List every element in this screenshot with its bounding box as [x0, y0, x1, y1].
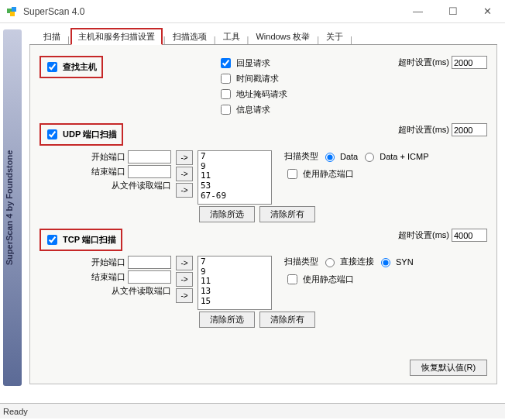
- udp-title: UDP 端口扫描: [63, 129, 117, 140]
- tcp-scantype-direct-radio[interactable]: [325, 258, 335, 267]
- app-body: SuperScan 4 by Foundstone 扫描 | 主机和服务扫描设置…: [0, 23, 505, 403]
- tcp-static-port-checkbox[interactable]: [287, 274, 297, 284]
- find-hosts-checkbox[interactable]: [47, 62, 57, 72]
- tcp-scantype-label: 扫描类型: [284, 256, 318, 267]
- timestamp-request-label: 时间戳请求: [236, 73, 279, 84]
- tab-win-enum[interactable]: Windows 枚举: [249, 29, 316, 44]
- info-request-checkbox[interactable]: [221, 105, 231, 115]
- tab-tools[interactable]: 工具: [217, 29, 246, 44]
- udp-clear-all-button[interactable]: 清除所有: [259, 206, 315, 222]
- window-title: SuperScan 4.0: [23, 6, 400, 17]
- close-button[interactable]: ✕: [470, 0, 505, 23]
- restore-row: 恢复默认值(R): [40, 360, 487, 376]
- tcp-start-port-input[interactable]: [128, 256, 171, 269]
- tcp-title: TCP 端口扫描: [63, 234, 116, 246]
- host-timeout: 超时设置(ms): [398, 56, 487, 69]
- tcp-from-file-label: 从文件读取端口: [112, 285, 171, 297]
- udp-timeout-input[interactable]: [452, 123, 487, 136]
- tcp-checkbox[interactable]: [47, 235, 57, 245]
- udp-from-file-label: 从文件读取端口: [112, 180, 171, 191]
- udp-port-list[interactable]: 7 9 11 53 67-69: [198, 150, 272, 205]
- find-hosts-box: 查找主机: [40, 56, 103, 78]
- svg-rect-1: [12, 7, 16, 12]
- tcp-add-start-button[interactable]: ->: [176, 256, 193, 270]
- tcp-clear-all-button[interactable]: 清除所有: [259, 312, 315, 328]
- svg-text:SuperScan 4  by Foundstone: SuperScan 4 by Foundstone: [5, 150, 14, 266]
- udp-clear-selected-button[interactable]: 清除所选: [199, 206, 255, 222]
- udp-scantype-dataicmp-label: Data + ICMP: [380, 152, 428, 161]
- tcp-box: TCP 端口扫描: [40, 229, 122, 251]
- udp-add-file-button[interactable]: ->: [176, 183, 193, 198]
- tab-content: 查找主机 回显请求 时间戳请求 地址掩码请求 信息请求 超时设置(ms): [29, 45, 497, 384]
- tcp-timeout: 超时设置(ms): [398, 229, 487, 242]
- udp-box: UDP 端口扫描: [40, 123, 123, 146]
- status-text: Ready: [3, 407, 28, 416]
- udp-scantype-label: 扫描类型: [284, 150, 318, 162]
- sidebar-banner: SuperScan 4 by Foundstone: [0, 29, 23, 403]
- tcp-timeout-input[interactable]: [452, 229, 487, 242]
- tab-scan[interactable]: 扫描: [37, 29, 67, 44]
- echo-request-checkbox[interactable]: [221, 58, 231, 68]
- udp-static-port-label: 使用静态端口: [303, 168, 354, 180]
- udp-section: UDP 端口扫描 超时设置(ms) 开始端口 结束端口 从文件读取端口 ->: [40, 123, 487, 222]
- udp-scantype-dataicmp-radio[interactable]: [365, 153, 374, 162]
- udp-timeout-label: 超时设置(ms): [398, 124, 449, 136]
- udp-scantype-data-radio[interactable]: [325, 153, 335, 162]
- tcp-end-port-label: 结束端口: [91, 271, 125, 283]
- udp-start-port-label: 开始端口: [91, 151, 125, 163]
- tab-scan-options[interactable]: 扫描选项: [167, 29, 213, 44]
- addressmask-request-checkbox[interactable]: [221, 89, 231, 99]
- find-hosts-label: 查找主机: [63, 61, 97, 73]
- udp-add-end-button[interactable]: ->: [176, 167, 193, 181]
- tcp-scantype-syn-label: SYN: [396, 257, 414, 267]
- tcp-add-file-button[interactable]: ->: [176, 288, 193, 303]
- timestamp-request-checkbox[interactable]: [221, 74, 231, 84]
- echo-request-label: 回显请求: [236, 57, 270, 69]
- addressmask-request-label: 地址掩码请求: [236, 88, 287, 100]
- tab-about[interactable]: 关于: [320, 29, 349, 44]
- status-bar: Ready: [0, 403, 505, 418]
- udp-timeout: 超时设置(ms): [398, 123, 487, 136]
- minimize-button[interactable]: —: [400, 0, 435, 23]
- tcp-port-list[interactable]: 7 9 11 13 15: [198, 256, 272, 310]
- tcp-add-end-button[interactable]: ->: [176, 272, 193, 287]
- find-hosts-section: 查找主机 回显请求 时间戳请求 地址掩码请求 信息请求 超时设置(ms): [40, 56, 487, 117]
- udp-checkbox[interactable]: [47, 129, 57, 139]
- udp-static-port-checkbox[interactable]: [287, 169, 297, 179]
- tab-host-port-settings[interactable]: 主机和服务扫描设置: [70, 28, 163, 45]
- tabstrip: 扫描 | 主机和服务扫描设置 | 扫描选项 | 工具 | Windows 枚举 …: [29, 26, 497, 45]
- host-timeout-input[interactable]: [452, 56, 487, 69]
- maximize-button[interactable]: ☐: [435, 0, 470, 23]
- tcp-static-port-label: 使用静态端口: [303, 274, 354, 285]
- tcp-scantype-syn-radio[interactable]: [381, 258, 390, 267]
- info-request-label: 信息请求: [236, 104, 270, 115]
- app-icon: [6, 5, 19, 18]
- tcp-section: TCP 端口扫描 超时设置(ms) 开始端口 结束端口 从文件读取端口 ->: [40, 229, 487, 328]
- udp-scantype-data-label: Data: [340, 152, 358, 161]
- udp-end-port-label: 结束端口: [91, 166, 125, 177]
- tcp-scantype-direct-label: 直接连接: [340, 256, 374, 267]
- svg-rect-2: [10, 12, 15, 16]
- host-timeout-label: 超时设置(ms): [398, 57, 449, 68]
- udp-add-start-button[interactable]: ->: [176, 150, 193, 165]
- titlebar: SuperScan 4.0 — ☐ ✕: [0, 0, 505, 23]
- udp-end-port-input[interactable]: [128, 165, 171, 178]
- main-column: 扫描 | 主机和服务扫描设置 | 扫描选项 | 工具 | Windows 枚举 …: [29, 23, 497, 384]
- tcp-end-port-input[interactable]: [128, 270, 171, 284]
- tcp-clear-selected-button[interactable]: 清除所选: [199, 312, 255, 328]
- tcp-timeout-label: 超时设置(ms): [398, 229, 449, 241]
- restore-defaults-button[interactable]: 恢复默认值(R): [410, 360, 487, 376]
- udp-start-port-input[interactable]: [128, 150, 171, 164]
- host-options: 回显请求 时间戳请求 地址掩码请求 信息请求: [218, 56, 287, 117]
- tcp-start-port-label: 开始端口: [91, 256, 125, 268]
